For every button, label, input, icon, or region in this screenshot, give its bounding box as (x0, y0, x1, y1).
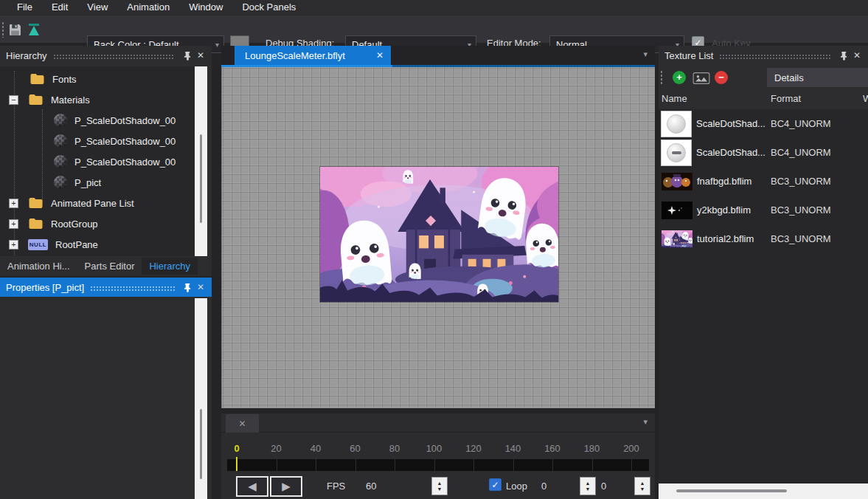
timeline-tab-bar: ✕ ▾ (221, 413, 655, 433)
texture-list-panel: Texture List ✕ + − Details Name Format W (659, 46, 868, 499)
loop-stepper[interactable]: ▲▼ (580, 477, 596, 495)
expand-expander-icon[interactable]: + (9, 219, 18, 229)
close-icon[interactable]: ✕ (850, 49, 864, 62)
texture-row[interactable]: tutorial2.bflim BC3_UNORM (659, 224, 868, 253)
tree-view-icon[interactable] (27, 22, 41, 37)
frame-tick: 20 (260, 443, 293, 454)
column-format[interactable]: Format (771, 93, 801, 104)
expand-expander-icon[interactable]: + (9, 199, 18, 208)
pin-icon[interactable] (181, 49, 194, 62)
pin-icon[interactable] (181, 281, 194, 294)
texture-list-column-headers: Name Format W (659, 90, 868, 109)
menu-dock-panels[interactable]: Dock Panels (232, 0, 305, 15)
properties-scrollbar[interactable] (195, 298, 207, 499)
tab-list-dropdown-icon[interactable]: ▾ (643, 49, 647, 59)
save-icon[interactable] (7, 22, 22, 37)
column-width[interactable]: W (863, 93, 868, 104)
material-sphere-icon (54, 134, 67, 148)
toolbar-grip[interactable] (1, 21, 4, 38)
loop-value[interactable]: 0 (541, 481, 546, 492)
document-tab[interactable]: LoungeScaleMeter.bflyt ✕ (235, 46, 391, 65)
expand-expander-icon[interactable]: + (9, 240, 18, 250)
menu-file[interactable]: File (7, 0, 42, 15)
toolbar-grip[interactable] (660, 70, 663, 85)
loop-label: Loop (506, 481, 527, 492)
close-icon[interactable]: ✕ (194, 281, 207, 294)
offset-value[interactable]: 0 (601, 481, 606, 492)
menu-edit[interactable]: Edit (42, 0, 77, 15)
prev-frame-button[interactable]: ◀ (236, 476, 268, 497)
texture-list-body: ScaleDotShad... BC4_UNORM ScaleDotShad..… (659, 109, 868, 483)
timeline-playhead[interactable] (236, 457, 237, 471)
texture-thumbnail-circle-minus (661, 140, 692, 166)
texture-thumbnail-y2k (662, 202, 692, 219)
document-tab-title: LoungeScaleMeter.bflyt (245, 50, 345, 61)
fps-stepper[interactable]: ▲▼ (431, 477, 448, 495)
pin-icon[interactable] (837, 49, 850, 62)
offset-stepper[interactable]: ▲▼ (634, 477, 650, 495)
tree-item-animated-pane-list[interactable]: + Animated Pane List (0, 193, 195, 213)
timeline-ruler[interactable]: 0 20 40 60 80 100 120 140 160 180 200 (221, 443, 655, 456)
canvas-image-ghost-scene[interactable] (319, 166, 559, 303)
texture-row[interactable]: ScaleDotShad... BC4_UNORM (659, 138, 868, 167)
next-frame-button[interactable]: ▶ (270, 476, 302, 497)
tree-item-rootgroup[interactable]: + RootGroup (0, 213, 195, 234)
folder-icon (28, 218, 44, 230)
hierarchy-panel: Hierarchy ✕ Fonts − Materials (0, 46, 212, 276)
details-view-selector[interactable]: Details (767, 68, 868, 87)
tree-item-material[interactable]: P_ScaleDotShadow_00 (0, 151, 195, 172)
close-icon[interactable]: ✕ (194, 49, 207, 62)
tree-item-rootpane[interactable]: + NULL RootPane (0, 234, 195, 255)
chevron-down-icon: ▾ (215, 41, 219, 49)
replace-image-icon[interactable] (692, 72, 711, 84)
frame-tick: 180 (576, 443, 608, 454)
frame-tick: 140 (497, 443, 530, 454)
tree-item-material[interactable]: P_ScaleDotShadow_00 (0, 110, 195, 131)
tab-animation-hierarchy[interactable]: Animation Hi... (0, 258, 77, 275)
frame-tick: 160 (536, 443, 569, 454)
tree-item-materials[interactable]: − Materials (0, 89, 195, 110)
material-sphere-icon (54, 176, 67, 189)
column-name[interactable]: Name (662, 93, 687, 104)
texture-row[interactable]: fnafbgd.bflim BC3_UNORM (659, 167, 868, 196)
timeline-track[interactable] (227, 459, 649, 471)
viewport-area: LoungeScaleMeter.bflyt ✕ ▾ ✕ ▾ 0 20 40 6… (221, 46, 655, 499)
properties-panel-title: Properties [P_pict] (6, 282, 84, 293)
folder-icon (28, 197, 44, 209)
tree-item-fonts[interactable]: Fonts (0, 69, 195, 89)
remove-texture-icon[interactable]: − (715, 71, 728, 84)
timeline-tab[interactable]: ✕ (226, 414, 259, 433)
menu-animation[interactable]: Animation (117, 0, 179, 15)
timeline-dropdown-icon[interactable]: ▾ (643, 417, 647, 427)
folder-icon (28, 94, 44, 106)
texture-list-horizontal-scrollbar[interactable] (659, 483, 868, 499)
menu-view[interactable]: View (77, 0, 117, 15)
texture-thumbnail-ghost-scene (662, 230, 692, 248)
menu-bar: File Edit View Animation Window Dock Pan… (0, 0, 868, 15)
add-texture-icon[interactable]: + (673, 71, 686, 84)
frame-tick: 200 (615, 443, 647, 454)
tree-item-p-pict[interactable]: P_pict (0, 172, 195, 193)
hierarchy-tree: Fonts − Materials P_ScaleDotShadow_00 P_… (0, 66, 195, 256)
left-panel-tabs: Animation Hi... Parts Editor Hierarchy (0, 256, 212, 276)
hierarchy-panel-title: Hierarchy (6, 50, 47, 61)
texture-row[interactable]: y2kbgd.bflim BC3_UNORM (659, 196, 868, 224)
collapse-expander-icon[interactable]: − (9, 95, 18, 105)
layout-canvas[interactable] (221, 67, 655, 408)
fps-label: FPS (327, 481, 345, 492)
document-tab-bar: LoungeScaleMeter.bflyt ✕ ▾ (221, 46, 655, 65)
layout-editor-window: File Edit View Animation Window Dock Pan… (0, 0, 868, 499)
texture-row[interactable]: ScaleDotShad... BC4_UNORM (659, 109, 868, 138)
close-icon[interactable]: ✕ (238, 419, 246, 429)
texture-list-header: Texture List ✕ (659, 46, 868, 65)
loop-checkbox[interactable]: ✓ (489, 478, 501, 491)
fps-value[interactable]: 60 (366, 481, 376, 492)
tab-hierarchy[interactable]: Hierarchy (142, 258, 198, 275)
frame-tick: 100 (418, 443, 451, 454)
menu-window[interactable]: Window (179, 0, 232, 15)
tree-item-material[interactable]: P_ScaleDotShadow_00 (0, 131, 195, 151)
timeline-panel: ✕ ▾ 0 20 40 60 80 100 120 140 160 180 20… (221, 413, 655, 499)
hierarchy-scrollbar[interactable] (195, 66, 207, 256)
tab-parts-editor[interactable]: Parts Editor (77, 258, 142, 275)
close-icon[interactable]: ✕ (376, 50, 383, 61)
